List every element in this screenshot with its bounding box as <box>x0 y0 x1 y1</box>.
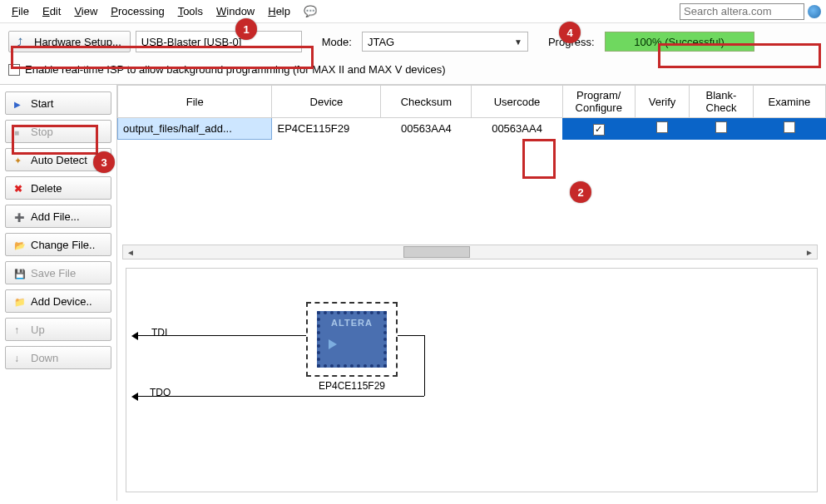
blank-checkbox[interactable] <box>715 121 727 133</box>
start-label: Start <box>31 97 53 110</box>
auto-detect-button[interactable]: Auto Detect <box>5 148 111 171</box>
cell-examine[interactable] <box>753 118 825 140</box>
stop-icon <box>14 126 26 137</box>
examine-checkbox[interactable] <box>784 121 795 133</box>
programmer-toolbar: Hardware Setup... USB-Blaster [USB-0] Mo… <box>0 23 826 60</box>
tdi-arrow-icon <box>131 332 138 340</box>
delete-icon <box>14 182 26 194</box>
scroll-left-icon[interactable]: ◄ <box>123 248 138 257</box>
cell-verify[interactable] <box>635 118 689 140</box>
down-label: Down <box>31 352 58 364</box>
menu-bar: File Edit View Processing Tools Window H… <box>0 0 826 23</box>
scroll-right-icon[interactable]: ► <box>802 248 817 257</box>
add-file-icon <box>14 210 26 222</box>
play-icon <box>14 97 26 109</box>
autodetect-icon <box>14 154 26 166</box>
chip-device-label: EP4CE115F29 <box>306 380 398 392</box>
horizontal-scrollbar[interactable]: ◄ ► <box>122 245 818 259</box>
cell-file[interactable]: output_files/half_add... <box>118 118 272 140</box>
start-button[interactable]: Start <box>5 91 111 115</box>
search-input[interactable] <box>680 3 804 20</box>
col-usercode[interactable]: Usercode <box>472 86 562 118</box>
chip-device[interactable]: ALTERA EP4CE115F29 <box>306 302 398 392</box>
menu-view[interactable]: View <box>67 2 104 20</box>
hardware-value-field[interactable]: USB-Blaster [USB-0] <box>136 31 302 52</box>
hardware-setup-label: Hardware Setup... <box>34 36 121 48</box>
col-verify[interactable]: Verify <box>635 86 689 118</box>
jtag-chain-view: TDI TDO ALTERA EP4CE115F29 <box>126 268 818 492</box>
add-file-button[interactable]: Add File... <box>5 205 111 228</box>
menu-help[interactable]: Help <box>261 2 297 20</box>
stop-button[interactable]: Stop <box>5 120 111 143</box>
cell-device: EP4CE115F29 <box>272 118 381 140</box>
auto-detect-label: Auto Detect <box>31 154 87 166</box>
col-examine[interactable]: Examine <box>753 86 825 118</box>
col-file[interactable]: File <box>118 86 272 118</box>
save-file-label: Save File <box>31 267 76 279</box>
col-blank[interactable]: Blank- Check <box>690 86 753 118</box>
hardware-setup-button[interactable]: Hardware Setup... <box>8 31 131 52</box>
scroll-track[interactable] <box>138 245 802 259</box>
program-checkbox[interactable] <box>593 124 605 136</box>
main-area: Start Stop Auto Detect Delete Add File..… <box>0 85 826 501</box>
cell-checksum: 00563AA4 <box>381 118 472 140</box>
right-pane: File Device Checksum Usercode Program/ C… <box>116 85 826 501</box>
menu-processing[interactable]: Processing <box>104 2 171 20</box>
down-button[interactable]: Down <box>5 346 111 369</box>
progress-indicator: 100% (Successful) <box>605 32 754 52</box>
progress-label: Progress: <box>548 36 595 48</box>
add-device-icon <box>14 295 26 307</box>
menu-edit[interactable]: Edit <box>36 2 67 20</box>
menu-file[interactable]: File <box>5 2 36 20</box>
hardware-icon <box>17 36 29 47</box>
menu-tools[interactable]: Tools <box>171 2 210 20</box>
hardware-value-text: USB-Blaster [USB-0] <box>141 36 242 48</box>
change-file-button[interactable]: Change File.. <box>5 233 111 256</box>
side-button-panel: Start Stop Auto Detect Delete Add File..… <box>0 85 116 501</box>
col-checksum[interactable]: Checksum <box>381 86 472 118</box>
realtime-isp-checkbox[interactable] <box>8 64 20 76</box>
change-file-label: Change File.. <box>31 239 95 251</box>
grid-header-row: File Device Checksum Usercode Program/ C… <box>118 86 826 118</box>
delete-button[interactable]: Delete <box>5 176 111 200</box>
up-label: Up <box>31 324 45 336</box>
table-row[interactable]: output_files/half_add... EP4CE115F29 005… <box>118 118 826 140</box>
progress-text: 100% (Successful) <box>634 36 724 48</box>
scroll-thumb[interactable] <box>403 246 470 258</box>
save-file-icon <box>14 267 26 279</box>
mode-label: Mode: <box>322 36 352 48</box>
down-icon <box>14 352 26 363</box>
device-grid: File Device Checksum Usercode Program/ C… <box>117 85 826 140</box>
tdo-arrow-icon <box>131 393 138 401</box>
globe-icon[interactable] <box>808 5 821 18</box>
realtime-isp-row: Enable real-time ISP to allow background… <box>0 60 826 85</box>
cell-usercode: 00563AA4 <box>472 118 562 140</box>
save-file-button[interactable]: Save File <box>5 261 111 284</box>
mode-value: JTAG <box>368 36 394 48</box>
help-icon[interactable]: 💬 <box>297 2 324 20</box>
cell-program[interactable] <box>562 118 635 140</box>
mode-dropdown[interactable]: JTAG ▼ <box>362 32 528 52</box>
up-button[interactable]: Up <box>5 318 111 341</box>
col-program[interactable]: Program/ Configure <box>562 86 635 118</box>
change-file-icon <box>14 239 26 250</box>
chip-brand: ALTERA <box>320 318 383 328</box>
realtime-isp-label: Enable real-time ISP to allow background… <box>25 63 446 76</box>
chevron-down-icon: ▼ <box>514 37 522 47</box>
delete-label: Delete <box>31 182 62 195</box>
col-device[interactable]: Device <box>272 86 381 118</box>
menu-window[interactable]: Window <box>210 2 261 20</box>
chip-triangle-icon <box>329 339 337 349</box>
add-file-label: Add File... <box>31 210 80 223</box>
tdi-label: TDI <box>151 327 167 338</box>
cell-blank[interactable] <box>690 118 753 140</box>
add-device-button[interactable]: Add Device.. <box>5 289 111 313</box>
verify-checkbox[interactable] <box>656 121 668 133</box>
stop-label: Stop <box>31 126 53 138</box>
up-icon <box>14 324 26 335</box>
add-device-label: Add Device.. <box>31 295 92 308</box>
